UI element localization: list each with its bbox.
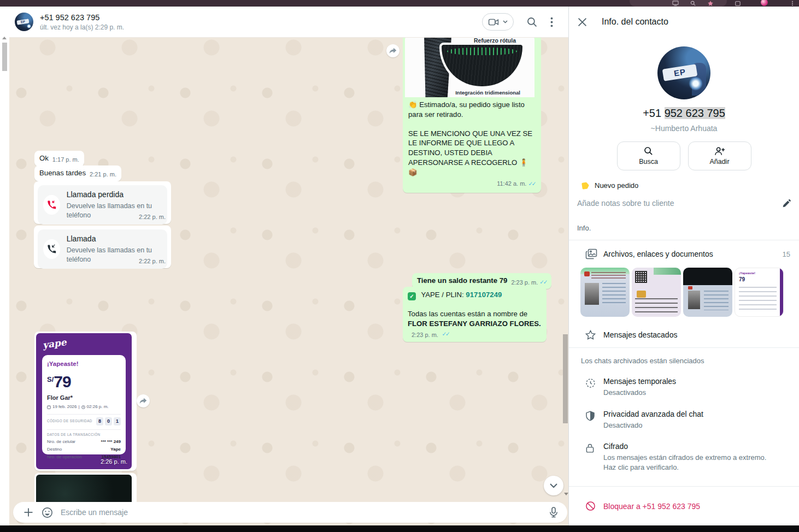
message-missed-call[interactable]: Llamada perdida Devuelve las llamadas en…: [34, 181, 171, 224]
message-composer[interactable]: Escribe un mensaje: [13, 502, 567, 523]
close-icon[interactable]: [578, 17, 587, 27]
message-buenas-tardes[interactable]: Buenas tardes2:21 p. m.: [34, 165, 121, 181]
message-pedido[interactable]: Refuerzo rótula Integración tridimension…: [403, 34, 541, 193]
customer-label-row[interactable]: Nuevo pedido: [581, 181, 799, 190]
media-links-docs-row[interactable]: Archivos, enlaces y documentos 15: [585, 249, 790, 259]
customer-notes-row[interactable]: Añade notas sobre tu cliente: [577, 199, 791, 208]
chevron-down-icon: [550, 483, 557, 488]
divider: [569, 240, 799, 240]
contact-last-seen: últ. vez hoy a la(s) 2:29 p. m.: [40, 23, 124, 31]
info-section-heading: Info.: [577, 224, 799, 232]
forward-message-button[interactable]: [386, 44, 400, 57]
browser-profile-avatar[interactable]: [761, 0, 768, 6]
video-call-button[interactable]: [482, 13, 514, 31]
yape-plin-number[interactable]: 917107249: [466, 291, 502, 299]
forward-message-button[interactable]: [137, 394, 150, 407]
button-label: Añadir: [709, 158, 729, 165]
message-time: 1:17 p. m.: [52, 156, 79, 163]
accounts-note: Todas las cuentas están a nombre de: [408, 309, 542, 319]
call-title: Llamada perdida: [67, 190, 162, 200]
message-yape-receipt[interactable]: yape ¡Yapeaste! S/79 Flor Gar* 19 feb. 2…: [34, 332, 137, 471]
disappearing-messages-row[interactable]: Mensajes temporales Desactivados: [585, 377, 790, 398]
thumb-art: [683, 268, 732, 285]
yape-currency: S/: [47, 375, 54, 383]
chat-scrollbar-thumb[interactable]: [563, 334, 568, 423]
setting-title: Mensajes temporales: [603, 377, 676, 386]
sticker-icon[interactable]: [42, 507, 53, 518]
media-thumb-id-card-front[interactable]: [580, 268, 630, 317]
forward-icon: [139, 398, 147, 404]
search-page-icon[interactable]: [690, 1, 696, 6]
yape-date: 19 feb. 2026: [52, 404, 77, 410]
contact-name: +51 952 623 795: [40, 13, 124, 22]
block-contact-row[interactable]: Bloquear a +51 952 623 795: [585, 501, 790, 511]
composer-input[interactable]: Escribe un mensaje: [61, 508, 549, 517]
timer-icon: [585, 377, 603, 398]
thumb-art: [739, 287, 777, 312]
incoming-call-icon: [43, 239, 60, 259]
setting-subtitle: Los mensajes están cifrados de extremo a…: [603, 453, 778, 472]
contact-identity[interactable]: +51 952 623 795 últ. vez hoy a la(s) 2:2…: [40, 13, 124, 31]
message-time: 2:21 p. m.: [90, 171, 116, 178]
search-in-chat-button[interactable]: Busca: [617, 141, 680, 170]
message-yape-plin[interactable]: ✓ YAPE / PLIN: 917107249 Todas las cuent…: [403, 287, 547, 342]
setting-subtitle: Desactivados: [603, 388, 676, 398]
starred-messages-row[interactable]: Mensajes destacados: [585, 330, 790, 340]
thumb-art: [635, 298, 678, 312]
shield-icon: [585, 410, 603, 430]
browser-menu-icon[interactable]: [789, 1, 796, 6]
yape-plin-prefix: YAPE / PLIN:: [421, 291, 463, 299]
security-digit: 1: [114, 417, 121, 425]
pencil-icon[interactable]: [782, 199, 791, 208]
label-tag-icon: [581, 182, 590, 190]
scrollbar-up-arrow[interactable]: [2, 37, 7, 39]
kebab-menu-icon[interactable]: [550, 17, 553, 27]
chat-scrollbar-down-arrow[interactable]: [564, 493, 568, 495]
encryption-row[interactable]: Cifrado Los mensajes están cifrados de e…: [585, 442, 790, 472]
media-thumb-id-card-back[interactable]: [632, 268, 681, 317]
yape-tx-label: DATOS DE LA TRANSACCIÓN: [47, 433, 121, 438]
media-thumb-id-card-photo[interactable]: [683, 268, 732, 317]
tx-value: Yape: [110, 447, 121, 453]
product-image[interactable]: Refuerzo rótula Integración tridimension…: [405, 36, 534, 97]
star-icon: [585, 330, 603, 340]
panel-header: Info. del contacto: [569, 7, 799, 37]
message-incoming-call[interactable]: Llamada Devuelve las llamadas en tu telé…: [34, 226, 171, 268]
scrollbar-thumb[interactable]: [2, 43, 7, 71]
media-thumb-yape-receipt[interactable]: ¡Yapeaste! 79: [735, 268, 784, 317]
search-icon[interactable]: [527, 17, 537, 27]
yape-receipt-card: ¡Yapeaste! S/79 Flor Gar* 19 feb. 2026 |…: [42, 355, 126, 454]
phone-selected-text: 952 623 795: [665, 107, 725, 119]
read-ticks-icon: ✓✓: [442, 330, 449, 337]
block-label: Bloquear a +51 952 623 795: [603, 502, 700, 511]
bookmark-star-icon[interactable]: [707, 1, 714, 6]
extensions-icon[interactable]: [735, 1, 741, 6]
mic-icon[interactable]: [549, 507, 559, 518]
message-text: Ok: [39, 154, 49, 162]
thumb-yape-title: ¡Yapeaste!: [739, 271, 755, 275]
attach-plus-icon[interactable]: [23, 507, 34, 518]
bottom-black-bar: [0, 525, 799, 532]
contact-profile-photo[interactable]: EP: [657, 46, 710, 99]
advanced-chat-privacy-row[interactable]: Privacidad avanzada del chat Desactivado: [585, 410, 790, 430]
image-caption-top: Refuerzo rótula: [474, 37, 516, 44]
contact-phone-number[interactable]: +51 952 623 795: [569, 107, 799, 120]
scroll-to-bottom-button[interactable]: [544, 476, 563, 495]
add-contact-button[interactable]: Añadir: [688, 141, 751, 170]
tx-value: *** *** 249: [101, 439, 121, 445]
green-check-icon: ✓: [408, 292, 416, 300]
video-camera-icon: [488, 18, 499, 26]
yape-receipt-image[interactable]: yape ¡Yapeaste! S/79 Flor Gar* 19 feb. 2…: [36, 333, 132, 469]
knit-detail-inset: [442, 45, 522, 86]
message-ok[interactable]: Ok1:17 p. m.: [34, 151, 84, 167]
notes-placeholder[interactable]: Añade notas sobre tu cliente: [577, 199, 782, 208]
customer-label-text: Nuevo pedido: [595, 181, 638, 190]
contact-avatar[interactable]: EP: [15, 13, 33, 31]
tx-label: Nro. de celular: [47, 439, 75, 445]
contact-info-panel: Info. del contacto EP +51 952 623 795 ~H…: [568, 7, 799, 525]
panel-title: Info. del contacto: [602, 17, 668, 27]
media-row-label: Archivos, enlaces y documentos: [603, 250, 783, 258]
cast-icon[interactable]: [672, 1, 679, 6]
forward-icon: [389, 48, 397, 54]
security-digit: 8: [96, 417, 103, 425]
